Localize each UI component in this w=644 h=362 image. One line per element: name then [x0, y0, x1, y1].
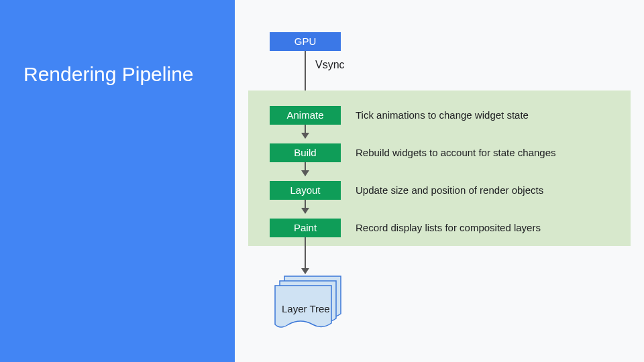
stage-paint-desc: Record display lists for composited laye…	[356, 219, 541, 237]
arrow-down-icon	[305, 200, 306, 213]
arrow-down-icon	[305, 162, 306, 176]
stage-layout: Layout	[270, 181, 341, 200]
pipeline-diagram: GPU Vsync Animate Tick animations to cha…	[235, 0, 644, 362]
slide-title: Rendering Pipeline	[23, 63, 194, 86]
gpu-node: GPU	[270, 32, 341, 51]
layer-tree-label: Layer Tree	[282, 303, 330, 314]
stage-layout-desc: Update size and position of render objec…	[356, 181, 543, 200]
arrow-down-icon	[305, 125, 306, 138]
diagram-area: GPU Vsync Animate Tick animations to cha…	[235, 0, 644, 362]
stage-paint: Paint	[270, 219, 341, 237]
layer-tree-node: Layer Tree	[271, 274, 345, 334]
stage-build: Build	[270, 143, 341, 162]
vsync-label: Vsync	[315, 59, 345, 71]
arrow-down-icon	[305, 237, 306, 274]
stage-animate-desc: Tick animations to change widget state	[356, 106, 529, 125]
stage-build-desc: Rebuild widgets to account for state cha…	[356, 143, 556, 162]
title-sidebar: Rendering Pipeline	[0, 0, 235, 362]
stage-animate: Animate	[270, 106, 341, 125]
